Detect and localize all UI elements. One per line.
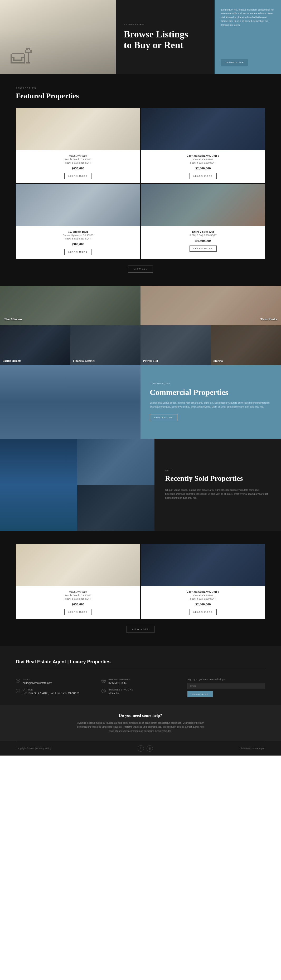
sold-image-2 [77,439,155,485]
neighborhood-label: Marina [214,359,223,362]
hours-label: Business Hours [109,688,133,691]
instagram-icon[interactable]: ◎ [147,745,153,752]
sold-image-1 [0,439,77,531]
properties-grid: 4692 Divi Way Pebble Beach, CA 93953 4 B… [16,108,265,259]
help-text: Vivamus eleifend mattis eu faucibus at f… [75,721,206,733]
sold-listings-section: 4692 Divi Way Pebble Beach, CA 93953 4 B… [0,531,281,646]
property-image-4 [141,184,265,226]
sold-property-city: Pebble Beach, CA 93953 [20,594,136,597]
commercial-content: COMMERCIAL Commercial Properties Sit qui… [140,365,281,439]
email-label: Email [23,678,52,681]
property-price: $900,000 [20,242,136,246]
help-section: Do you need some help? Vivamus eleifend … [0,705,281,741]
sold-properties-grid: 4692 Divi Way Pebble Beach, CA 93953 4 B… [16,544,265,619]
hero-label: PROPERTIES [124,23,206,26]
sold-property-details: 4 BD | 4 BA | 2,000 SQFT [145,598,262,600]
sold-property-details: 4 BD | 3 BA | 2,015 SQFT [20,598,136,600]
facebook-icon[interactable]: f [137,745,144,752]
sold-property-image-1 [16,544,140,586]
sold-image-3 [77,485,155,531]
footer: Divi Real Estate Agent | Luxury Properti… [0,646,281,756]
property-details: 4 BD | 3 BA | 3,213 SQFT [20,237,136,240]
footer-col-3: Sign up to get latest news & listings: S… [187,678,265,697]
footer-bottom: Copyright © 2022 | Privacy Policy f ◎ Di… [16,741,265,756]
sold-property-card: 4692 Divi Way Pebble Beach, CA 93953 4 B… [16,544,140,619]
property-learn-more-button[interactable]: LEARN MORE [64,249,91,255]
sold-section: SOLD Recently Sold Properties Sit quet v… [0,439,281,531]
subscribe-button[interactable]: SUBSCRIBE [187,691,213,697]
property-details: 3 BD | 3 BA | 3,880 SQFT [145,234,262,237]
footer-brand: Divi Real Estate Agent | Luxury Properti… [16,659,265,670]
commercial-image [0,365,140,439]
view-all-container: VIEW ALL [16,266,265,273]
commercial-contact-button[interactable]: CONTACT US [150,414,177,421]
property-address: 4692 Divi Way [20,154,136,157]
hero-description: Elementum nisi, tempus nisl lorem consec… [221,8,275,27]
property-card: 4692 Divi Way Pebble Beach, CA 93953 4 B… [16,108,140,183]
footer-divi-brand: Divi – Real Estate Agent [239,747,265,750]
commercial-label: COMMERCIAL [150,382,272,385]
property-address: 2467 Monarch Ave, Unit 2 [145,154,262,157]
newsletter-label: Sign up to get latest news & listings: [187,678,265,681]
neighborhood-label: Patrero Hill [143,359,158,362]
property-learn-more-button[interactable]: LEARN MORE [190,245,217,251]
phone-label: Phone Number [109,678,131,681]
sold-property-image-2 [141,544,265,586]
featured-label: PROPERTIES [16,87,265,89]
hours-icon: ◷ [102,689,106,693]
property-image-1 [16,108,140,150]
sold-learn-more-button[interactable]: LEARN MORE [64,609,91,615]
copyright: Copyright © 2022 | Privacy Policy [16,747,51,750]
sold-learn-more-button[interactable]: LEARN MORE [190,609,217,615]
hours-value: Mon - Fri [109,692,133,695]
neighborhood-label: Financial District [73,359,95,362]
property-city: Carmel, CA 93940 [145,158,262,161]
newsletter-email-input[interactable] [187,683,265,689]
property-city: Carmel Highlands, CA 93923 [20,234,136,237]
footer-col-1: ✉ Email hello@divirealestate.com ⌂ Offic… [16,678,94,697]
sold-images [0,439,155,531]
property-card: 157 Bloom Blvd Carmel Highlands, CA 9392… [16,184,140,259]
neighborhood-item-twin-peaks[interactable]: Twin Peaks [140,286,281,325]
hero-background-image [0,0,116,74]
property-address: Extra 2 St of 12th [145,230,262,233]
office-icon: ⌂ [16,689,20,693]
help-title: Do you need some help? [8,713,273,718]
property-card: Extra 2 St of 12th 3 BD | 3 BA | 3,880 S… [141,184,265,259]
social-icons: f ◎ [137,745,153,752]
hero-learn-more-button[interactable]: LEARN MORE [221,59,248,66]
neighborhood-item-pacific-heights[interactable]: Pacific Heights [0,325,70,365]
sold-description: Sit quet varius donec. In urna nam ornar… [165,488,270,500]
sold-property-city: Carmel, CA 93940 [145,594,262,597]
neighborhood-item-financial[interactable]: Financial District [70,325,141,365]
neighborhood-label: The Mission [4,317,22,321]
sold-title: Recently Sold Properties [165,474,270,483]
office-value: 576 Park St, #7, 4100, San Francisco, CA… [23,692,80,695]
featured-title: Featured Properties [16,92,265,100]
sold-property-price: $2,800,000 [145,602,262,606]
neighborhood-label: Pacific Heights [3,359,21,362]
property-details: 4 BD | 3 BA | 2,015 SQFT [20,161,136,164]
neighborhoods-section: The Mission Twin Peaks Pacific Heights F… [0,286,281,365]
view-more-button[interactable]: VIEW MORE [126,626,155,633]
property-city: Pebble Beach, CA 93953 [20,158,136,161]
phone-value: (555) 354-6543 [109,681,131,684]
property-price: $2,800,000 [145,166,262,170]
hero-section: PROPERTIES Browse Listings to Buy or Ren… [0,0,281,74]
property-price: $650,000 [20,166,136,170]
office-label: Office [23,688,80,691]
featured-section: PROPERTIES Featured Properties 4692 Divi… [0,74,281,286]
sold-content: SOLD Recently Sold Properties Sit quet v… [155,439,281,531]
commercial-description: Sit quis erat varius donec. In urna nam … [150,401,272,409]
sold-label: SOLD [165,469,270,472]
view-all-button[interactable]: VIEW ALL [128,266,153,273]
property-learn-more-button[interactable]: LEARN MORE [190,173,217,179]
neighborhood-item-marina[interactable]: Marina [211,325,281,365]
property-address: 157 Bloom Blvd [20,230,136,233]
sold-property-card: 2467 Monarch Ave, Unit 3 Carmel, CA 9394… [141,544,265,619]
phone-icon: ☎ [102,679,106,683]
neighborhood-item-mission[interactable]: The Mission [0,286,140,325]
property-learn-more-button[interactable]: LEARN MORE [64,173,91,179]
email-icon: ✉ [16,679,20,683]
neighborhood-item-patrero[interactable]: Patrero Hill [140,325,211,365]
